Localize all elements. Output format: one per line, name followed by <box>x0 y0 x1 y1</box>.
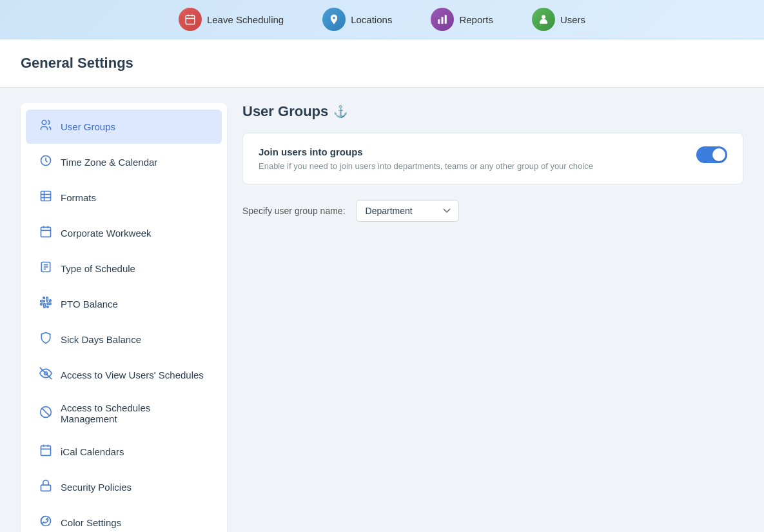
join-users-card: Join users into groups Enable if you nee… <box>242 133 743 184</box>
svg-rect-6 <box>445 15 447 24</box>
nav-item-users[interactable]: Users <box>532 8 585 31</box>
sidebar-item-sick-days-balance[interactable]: Sick Days Balance <box>26 322 222 357</box>
time-zone-icon <box>39 154 53 170</box>
sidebar-label-time-zone: Time Zone & Calendar <box>61 157 157 168</box>
sidebar-label-corporate-workweek: Corporate Workweek <box>61 228 152 239</box>
svg-point-7 <box>542 15 545 19</box>
sidebar-item-color-settings[interactable]: Color Settings <box>26 506 222 532</box>
specify-label: Specify user group name: <box>242 206 346 216</box>
sidebar-label-pto-balance: PTO Balance <box>61 299 118 310</box>
page-title: General Settings <box>21 55 743 72</box>
corporate-workweek-icon <box>39 225 53 241</box>
page-body: General Settings User Groups Time Zone &… <box>0 39 764 532</box>
users-icon <box>532 8 555 31</box>
nav-item-leave-scheduling[interactable]: Leave Scheduling <box>179 8 284 31</box>
svg-point-8 <box>42 121 46 125</box>
user-groups-icon <box>39 119 53 135</box>
join-users-toggle[interactable] <box>696 146 727 163</box>
svg-rect-10 <box>41 192 51 201</box>
svg-rect-0 <box>186 15 195 25</box>
sidebar-label-sick-days: Sick Days Balance <box>61 334 141 345</box>
sidebar-item-type-of-schedule[interactable]: Type of Schedule <box>26 251 222 286</box>
sidebar-item-access-schedules-mgmt[interactable]: Access to Schedules Management <box>26 393 222 433</box>
sidebar-label-access-view: Access to View Users' Schedules <box>61 369 204 380</box>
sidebar-item-security-policies[interactable]: Security Policies <box>26 470 222 504</box>
sidebar-label-formats: Formats <box>61 192 96 203</box>
svg-rect-5 <box>442 17 444 24</box>
sidebar-item-corporate-workweek[interactable]: Corporate Workweek <box>26 216 222 250</box>
sidebar-item-formats[interactable]: Formats <box>26 181 222 215</box>
sidebar-label-security: Security Policies <box>61 482 132 493</box>
sidebar-item-ical-calendars[interactable]: iCal Calendars <box>26 435 222 469</box>
page-header: General Settings <box>0 39 764 88</box>
sidebar-item-pto-balance[interactable]: PTO Balance <box>26 287 222 321</box>
pto-balance-icon <box>39 296 53 312</box>
sidebar-label-user-groups: User Groups <box>61 121 115 132</box>
content-area: User Groups Time Zone & Calendar Formats… <box>0 88 764 532</box>
svg-rect-4 <box>438 19 440 24</box>
sidebar-item-access-view-schedules[interactable]: Access to View Users' Schedules <box>26 358 222 392</box>
nav-label-users: Users <box>560 14 585 25</box>
color-settings-icon <box>39 515 53 531</box>
sidebar-label-type-of-schedule: Type of Schedule <box>61 263 135 274</box>
nav-label-locations: Locations <box>351 14 392 25</box>
nav-item-locations[interactable]: Locations <box>322 8 392 31</box>
sidebar-label-access-management: Access to Schedules Management <box>61 402 209 424</box>
card-text: Join users into groups Enable if you nee… <box>259 146 686 171</box>
specify-row: Specify user group name: Department Team… <box>242 200 743 222</box>
anchor-link-icon[interactable]: ⚓ <box>333 104 348 119</box>
locations-icon <box>322 8 346 31</box>
svg-rect-30 <box>41 485 51 491</box>
card-title: Join users into groups <box>259 146 686 157</box>
svg-line-25 <box>42 408 50 416</box>
sidebar-label-color-settings: Color Settings <box>61 517 121 528</box>
nav-label-leave-scheduling: Leave Scheduling <box>207 14 284 25</box>
sick-days-icon <box>39 331 53 348</box>
main-content: User Groups ⚓ Join users into groups Ena… <box>242 103 743 532</box>
type-of-schedule-icon <box>39 261 53 277</box>
ical-icon <box>39 444 53 460</box>
svg-rect-26 <box>41 446 51 455</box>
sidebar-item-user-groups[interactable]: User Groups <box>26 110 222 144</box>
user-group-name-select[interactable]: Department Team Division Group <box>356 200 459 222</box>
section-title: User Groups ⚓ <box>242 103 743 120</box>
formats-icon <box>39 190 53 206</box>
sidebar-item-time-zone[interactable]: Time Zone & Calendar <box>26 145 222 179</box>
sidebar-label-ical: iCal Calendars <box>61 446 124 457</box>
leave-scheduling-icon <box>179 8 202 31</box>
nav-label-reports: Reports <box>459 14 493 25</box>
reports-icon <box>431 8 454 31</box>
nav-item-reports[interactable]: Reports <box>431 8 493 31</box>
security-icon <box>39 479 53 495</box>
top-nav: Leave Scheduling Locations Reports Users <box>0 0 764 39</box>
svg-rect-14 <box>41 227 51 237</box>
card-description: Enable if you need to join users into de… <box>259 161 686 171</box>
access-view-icon <box>39 367 53 383</box>
access-management-icon <box>39 406 53 422</box>
settings-sidebar: User Groups Time Zone & Calendar Formats… <box>21 103 227 532</box>
